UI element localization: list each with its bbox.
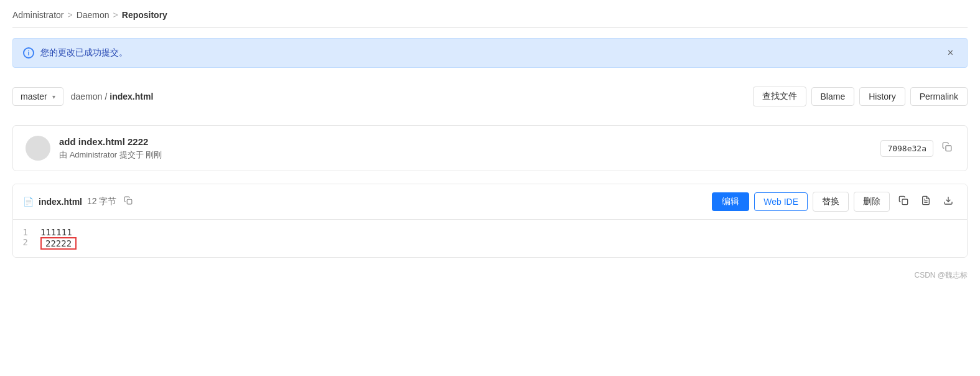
history-button[interactable]: History — [859, 87, 905, 106]
raw-button[interactable] — [895, 193, 912, 210]
breadcrumb-sep-1: > — [67, 10, 72, 20]
edit-button[interactable]: 编辑 — [712, 192, 749, 211]
file-viewer: 📄 index.html 12 字节 编辑 Web IDE 替换 删除 — [12, 184, 968, 258]
toolbar-left: master ▾ daemon / index.html — [12, 87, 153, 106]
commit-meta: 由 Administrator 提交于 刚刚 — [59, 149, 162, 161]
copy-file-button[interactable] — [121, 194, 135, 210]
alert-message: 您的更改已成功提交。 — [40, 47, 128, 59]
footer-watermark: CSDN @魏志标 — [12, 270, 968, 281]
file-toolbar: master ▾ daemon / index.html 查找文件 Blame … — [12, 80, 968, 113]
path-filename: index.html — [110, 92, 153, 101]
breadcrumb-daemon[interactable]: Daemon — [77, 10, 110, 20]
file-viewer-header-right: 编辑 Web IDE 替换 删除 — [712, 192, 957, 212]
line-highlighted-content: 22222 — [40, 237, 77, 250]
blame-button[interactable]: Blame — [811, 87, 855, 106]
commit-time: 刚刚 — [146, 150, 162, 159]
commit-right: 7098e32a — [880, 139, 954, 157]
webide-button[interactable]: Web IDE — [754, 192, 808, 211]
commit-info: add index.html 2222 由 Administrator 提交于 … — [59, 136, 162, 161]
alert-banner: i 您的更改已成功提交。 × — [12, 38, 968, 68]
delete-button[interactable]: 删除 — [854, 192, 890, 212]
file-path: daemon / index.html — [71, 92, 154, 101]
blame-inline-button[interactable] — [917, 193, 935, 210]
commit-section: add index.html 2222 由 Administrator 提交于 … — [12, 125, 968, 171]
svg-rect-0 — [946, 146, 951, 151]
commit-left: add index.html 2222 由 Administrator 提交于 … — [26, 136, 162, 161]
replace-button[interactable]: 替换 — [813, 192, 849, 212]
path-separator: / — [105, 92, 107, 101]
avatar — [26, 136, 50, 161]
code-line-1: 1 111111 — [13, 227, 967, 237]
alert-content: i 您的更改已成功提交。 — [23, 47, 128, 59]
download-button[interactable] — [940, 193, 957, 210]
toolbar-right: 查找文件 Blame History Permalink — [753, 87, 968, 106]
svg-rect-2 — [902, 199, 908, 205]
file-name: index.html — [39, 197, 82, 207]
branch-selector[interactable]: master ▾ — [12, 87, 63, 106]
commit-meta-prefix: 由 — [59, 150, 67, 159]
permalink-button[interactable]: Permalink — [910, 87, 968, 106]
chevron-down-icon: ▾ — [52, 93, 55, 100]
file-icon: 📄 — [23, 197, 34, 207]
file-size: 12 字节 — [87, 196, 116, 207]
path-prefix: daemon — [71, 92, 103, 101]
line-number-2: 2 — [13, 237, 38, 247]
line-content-1: 111111 — [38, 227, 967, 237]
svg-rect-1 — [128, 199, 133, 204]
file-viewer-header: 📄 index.html 12 字节 编辑 Web IDE 替换 删除 — [13, 184, 967, 220]
commit-meta-middle: 提交于 — [119, 150, 144, 159]
commit-hash: 7098e32a — [880, 140, 933, 157]
copy-hash-button[interactable] — [940, 139, 954, 157]
breadcrumb-sep-2: > — [113, 10, 118, 20]
line-content-2: 22222 — [38, 237, 967, 250]
code-line-2: 2 22222 — [13, 237, 967, 250]
code-area: 1 111111 2 22222 — [13, 220, 967, 257]
commit-author: Administrator — [70, 150, 118, 159]
file-viewer-header-left: 📄 index.html 12 字节 — [23, 194, 135, 210]
alert-close-button[interactable]: × — [944, 46, 957, 60]
find-file-button[interactable]: 查找文件 — [753, 87, 806, 106]
breadcrumb-current: Repository — [122, 10, 167, 20]
breadcrumb: Administrator > Daemon > Repository — [12, 10, 968, 28]
info-icon: i — [23, 47, 34, 59]
line-number-1: 1 — [13, 227, 38, 237]
commit-title: add index.html 2222 — [59, 136, 162, 147]
breadcrumb-admin[interactable]: Administrator — [12, 10, 63, 20]
branch-name: master — [21, 92, 47, 101]
